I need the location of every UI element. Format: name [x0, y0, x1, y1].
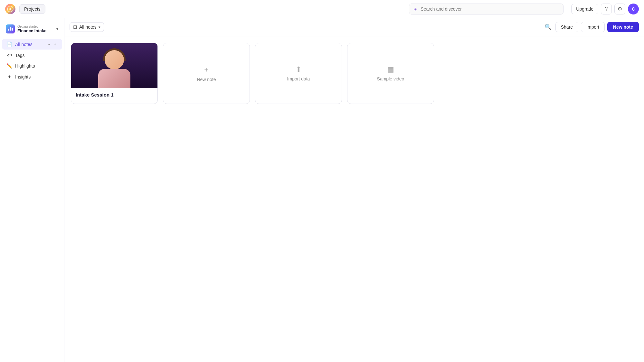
sample-video-label: Sample video	[377, 76, 404, 81]
content-toolbar: ⊞ All notes ▾ 🔍 Share Import New note	[64, 18, 644, 36]
more-options-button[interactable]: ···	[45, 41, 52, 47]
projects-button[interactable]: Projects	[19, 4, 45, 14]
help-button[interactable]: ?	[601, 4, 612, 14]
card-thumbnail	[71, 43, 157, 88]
new-note-card[interactable]: ＋ New note	[163, 43, 250, 104]
video-icon: ▦	[387, 65, 394, 74]
insights-icon: ✦	[6, 74, 12, 80]
card-info: Intake Session 1	[71, 88, 157, 101]
sidebar-item-highlights[interactable]: ✏️ Highlights	[2, 61, 62, 71]
new-note-label: New note	[197, 77, 216, 82]
sidebar-item-tags[interactable]: 🏷 Tags	[2, 50, 62, 60]
project-selector[interactable]: Getting started Finance Intake ▾	[2, 22, 62, 36]
project-name: Finance Intake	[17, 28, 54, 33]
project-icon	[6, 24, 15, 33]
diamond-icon: ◈	[414, 6, 417, 12]
app-logo	[5, 4, 15, 14]
view-toggle-button[interactable]: ⊞ All notes ▾	[70, 22, 104, 32]
project-text: Getting started Finance Intake	[17, 25, 54, 33]
sidebar: Getting started Finance Intake ▾ 📄 All n…	[0, 18, 64, 362]
project-label: Getting started	[17, 25, 54, 28]
import-button[interactable]: Import	[581, 22, 605, 32]
layout: Getting started Finance Intake ▾ 📄 All n…	[0, 18, 644, 362]
new-note-button[interactable]: New note	[607, 22, 639, 32]
sidebar-item-label: All notes	[15, 42, 33, 47]
sidebar-item-actions: ··· +	[45, 41, 58, 47]
cards-grid: Intake Session 1 ＋ New note ⬆ Import dat…	[64, 36, 644, 362]
sidebar-item-all-notes[interactable]: 📄 All notes ··· +	[2, 39, 62, 50]
add-note-button[interactable]: +	[52, 41, 58, 47]
nav-actions: Upgrade ? ⚙ C	[571, 4, 639, 14]
sidebar-item-label: Highlights	[15, 63, 35, 69]
upgrade-button[interactable]: Upgrade	[571, 4, 598, 14]
plus-icon: ＋	[203, 65, 210, 74]
tags-icon: 🏷	[6, 52, 12, 58]
grid-icon: ⊞	[73, 24, 77, 30]
sidebar-item-label: Tags	[15, 53, 25, 58]
share-button[interactable]: Share	[555, 22, 578, 32]
avatar-button[interactable]: C	[628, 4, 639, 14]
search-input[interactable]	[421, 6, 559, 12]
search-button[interactable]: 🔍	[543, 22, 553, 32]
sidebar-item-label: Insights	[15, 74, 31, 79]
notes-icon: 📄	[6, 42, 12, 47]
import-data-label: Import data	[287, 76, 310, 81]
person-body	[98, 69, 130, 88]
sidebar-item-insights[interactable]: ✦ Insights	[2, 72, 62, 82]
topnav: Projects ◈ Upgrade ? ⚙ C	[0, 0, 644, 18]
toolbar-right: 🔍 Share Import New note	[543, 22, 639, 32]
settings-button[interactable]: ⚙	[614, 4, 625, 14]
person-head	[105, 50, 124, 70]
upload-icon: ⬆	[296, 65, 301, 74]
sample-video-card[interactable]: ▦ Sample video	[347, 43, 434, 104]
search-bar[interactable]: ◈	[409, 4, 564, 14]
view-label: All notes	[79, 24, 97, 30]
main-content: ⊞ All notes ▾ 🔍 Share Import New note	[64, 18, 644, 362]
import-data-card[interactable]: ⬆ Import data	[255, 43, 342, 104]
thumbnail-image	[71, 43, 157, 88]
chevron-down-icon: ▾	[56, 27, 58, 31]
card-title: Intake Session 1	[76, 92, 153, 97]
highlights-icon: ✏️	[6, 63, 12, 69]
session-card[interactable]: Intake Session 1	[71, 43, 158, 104]
chevron-icon: ▾	[99, 25, 100, 29]
